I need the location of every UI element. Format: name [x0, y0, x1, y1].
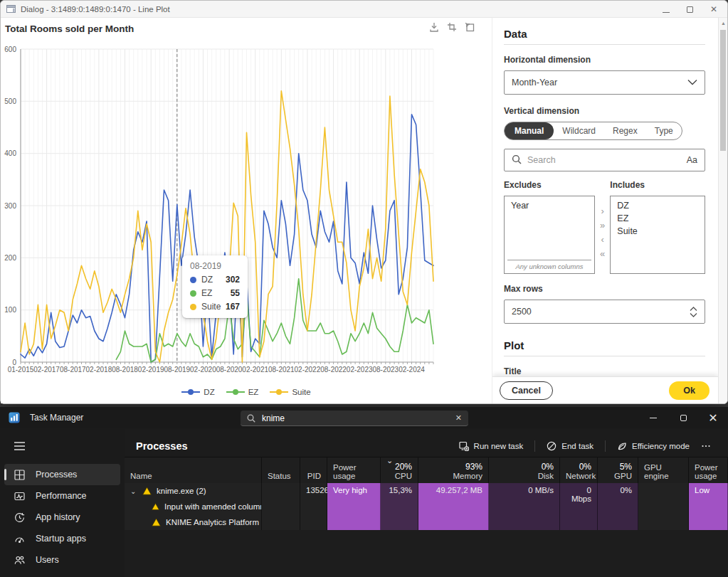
performance-icon	[14, 491, 25, 502]
disk-cell: 0 MB/s	[489, 483, 560, 530]
svg-text:02-2022: 02-2022	[295, 366, 321, 374]
taskmanager-titlebar[interactable]: Task Manager knime ✕ ✕	[0, 407, 728, 428]
efficiency-mode-icon	[617, 441, 627, 451]
svg-text:08-2023: 08-2023	[372, 366, 399, 374]
column-name[interactable]: Name	[125, 457, 262, 483]
horizontal-dimension-select[interactable]: Month-Year	[504, 70, 705, 95]
dialog-footer: Cancel Ok	[492, 376, 718, 403]
app-history-icon	[14, 512, 25, 523]
svg-text:02-2018: 02-2018	[86, 366, 112, 374]
process-table-header: Name Status PID Power usage ⌄20%CPU 93%M…	[125, 457, 728, 483]
network-cell: 0 Mbps	[560, 483, 598, 530]
mode-type[interactable]: Type	[646, 122, 682, 139]
dialog-minimize-button[interactable]	[663, 3, 670, 16]
sidebar-item-startup-apps[interactable]: Startup apps	[4, 528, 120, 549]
svg-text:08-2021: 08-2021	[268, 366, 295, 374]
taskmanager-search-input[interactable]: knime ✕	[241, 411, 468, 426]
max-rows-input[interactable]: 2500	[504, 300, 705, 324]
includes-list[interactable]: DZ EZ Suite	[610, 196, 705, 274]
efficiency-mode-button[interactable]: Efficiency mode	[611, 438, 695, 454]
move-all-right-icon[interactable]: »	[600, 221, 605, 230]
process-row-knime[interactable]: ⌄ knime.exe (2) Input with amended colum…	[125, 483, 728, 530]
cancel-button[interactable]: Cancel	[500, 381, 553, 400]
svg-text:02-2019: 02-2019	[138, 366, 164, 374]
sidebar-item-users[interactable]: Users	[4, 549, 120, 571]
sidebar-item-processes[interactable]: Processes	[4, 464, 120, 485]
tm-close-button[interactable]: ✕	[698, 407, 728, 428]
case-sensitive-toggle[interactable]: Aa	[687, 155, 697, 165]
end-task-button[interactable]: End task	[541, 438, 599, 454]
collapse-chevron-icon[interactable]: ⌄	[130, 487, 137, 495]
svg-text:500: 500	[4, 97, 16, 105]
hamburger-menu-icon[interactable]	[0, 437, 125, 455]
legend-item-suite[interactable]: Suite	[270, 388, 310, 396]
column-power-usage-trend[interactable]: Power usage	[689, 457, 728, 483]
spin-down-icon[interactable]	[690, 313, 697, 317]
list-item[interactable]: EZ	[611, 212, 705, 225]
chart-tooltip: 08-2019 DZ 302 EZ 55 Suite 167	[182, 255, 248, 318]
reset-zoom-icon[interactable]	[463, 21, 476, 33]
ok-button[interactable]: Ok	[669, 381, 709, 400]
svg-text:02-2021: 02-2021	[242, 366, 268, 374]
task-manager-window: Task Manager knime ✕ ✕ Processes Perform…	[0, 407, 728, 577]
mode-wildcard[interactable]: Wildcard	[554, 122, 604, 139]
panel-scrollbar[interactable]: ▲	[718, 18, 727, 403]
chart-title: Total Rooms sold per Month	[5, 23, 134, 34]
clear-search-icon[interactable]: ✕	[455, 413, 462, 423]
column-disk[interactable]: 0%Disk	[489, 457, 560, 483]
column-network[interactable]: 0%Network	[560, 457, 598, 483]
column-gpu-engine[interactable]: GPU engine	[638, 457, 689, 483]
status-cell	[262, 483, 300, 530]
taskmanager-main: Processes Run new task End task Efficie	[125, 428, 728, 577]
download-icon[interactable]	[428, 21, 441, 33]
column-status[interactable]: Status	[262, 457, 300, 483]
excludes-label: Excludes	[504, 180, 595, 190]
column-pid[interactable]: PID	[300, 457, 327, 483]
move-all-left-icon[interactable]: «	[600, 249, 605, 258]
move-left-icon[interactable]: ‹	[601, 235, 603, 244]
excludes-list[interactable]: Year Any unknown columns	[504, 196, 595, 274]
column-memory[interactable]: 93%Memory	[418, 457, 489, 483]
legend-item-ez[interactable]: EZ	[226, 388, 259, 396]
mode-regex[interactable]: Regex	[604, 122, 646, 139]
column-gpu[interactable]: 5%GPU	[598, 457, 638, 483]
svg-text:08-2022: 08-2022	[320, 366, 347, 374]
list-item[interactable]: DZ	[611, 199, 705, 212]
power-usage-trend-cell: Low	[689, 483, 728, 530]
dialog-titlebar[interactable]: Dialog - 3:1489:0:1489:0:1470 - Line Plo…	[1, 1, 727, 18]
dialog-close-button[interactable]: ✕	[710, 5, 717, 14]
sidebar-item-details[interactable]: Details	[4, 571, 120, 577]
process-name-cell[interactable]: ⌄ knime.exe (2) Input with amended colum…	[125, 483, 262, 530]
more-options-icon[interactable]	[695, 438, 717, 454]
column-power-usage[interactable]: Power usage	[327, 457, 381, 483]
scroll-up-icon[interactable]: ▲	[721, 21, 726, 26]
sidebar-item-app-history[interactable]: App history	[4, 507, 120, 528]
process-child-row[interactable]: Input with amended column - ...	[130, 499, 261, 514]
list-item[interactable]: Year	[505, 199, 594, 212]
vertical-dimension-label: Vertical dimension	[504, 106, 705, 116]
spin-up-icon[interactable]	[690, 307, 697, 311]
column-cpu[interactable]: ⌄20%CPU	[381, 457, 418, 483]
column-search-input[interactable]: Search Aa	[504, 149, 705, 171]
scrollbar-thumb[interactable]	[720, 30, 726, 151]
knime-warning-icon	[142, 487, 152, 495]
tm-maximize-button[interactable]	[668, 407, 698, 428]
sidebar-item-performance[interactable]: Performance	[4, 485, 120, 507]
list-item[interactable]: Suite	[611, 225, 705, 238]
series-dot-ez	[190, 290, 196, 297]
section-data: Data	[504, 28, 705, 40]
search-icon	[512, 154, 522, 166]
crop-zoom-icon[interactable]	[445, 21, 458, 33]
legend-item-dz[interactable]: DZ	[181, 388, 214, 396]
line-plot[interactable]: Total Rooms sold per Month 0100200300400…	[1, 18, 492, 403]
move-right-icon[interactable]: ›	[601, 206, 603, 216]
mode-manual[interactable]: Manual	[505, 122, 554, 139]
dialog-maximize-button[interactable]	[687, 3, 693, 16]
line-chart-canvas[interactable]: 010020030040050060001-201502-201708-2017…	[1, 36, 490, 379]
process-child-row[interactable]: KNIME Analytics Platform	[130, 514, 261, 530]
pid-cell: 135264	[300, 483, 327, 530]
tooltip-row: Suite 167	[190, 302, 240, 312]
run-new-task-button[interactable]: Run new task	[453, 438, 529, 454]
unknown-columns-note: Any unknown columns	[507, 260, 591, 273]
tm-minimize-button[interactable]	[638, 407, 668, 428]
